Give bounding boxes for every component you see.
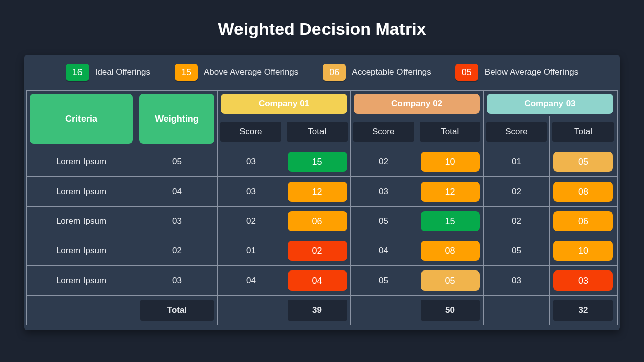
total-chip: 12	[288, 182, 347, 202]
total-chip: 08	[421, 241, 480, 261]
score-cell: 02	[351, 147, 417, 176]
total-cell: 05	[550, 147, 616, 176]
score-header: Score	[353, 122, 414, 142]
total-cell: 15	[417, 207, 484, 236]
criteria-cell: Lorem Ipsum	[27, 266, 136, 295]
company3-total: 32	[553, 300, 613, 321]
total-cell: 06	[550, 207, 616, 236]
score-cell: 03	[218, 177, 284, 206]
criteria-cell: Lorem Ipsum	[27, 236, 136, 265]
matrix-table: Criteria Weighting Company 01ScoreTotal …	[26, 90, 618, 325]
total-header: Total	[552, 122, 614, 142]
total-label: Total	[140, 300, 214, 321]
criteria-cell: Lorem Ipsum	[27, 147, 136, 176]
total-chip: 04	[288, 270, 347, 291]
score-cell: 03	[218, 147, 284, 176]
weight-cell: 04	[136, 177, 218, 206]
score-cell: 01	[484, 147, 550, 176]
total-cell: 12	[284, 177, 351, 206]
total-cell: 08	[417, 236, 484, 265]
total-cell: 06	[284, 207, 351, 236]
total-cell: 05	[417, 266, 484, 295]
totals-row: Total 39 50 32	[27, 295, 617, 325]
total-cell: 12	[417, 177, 484, 206]
legend: 16Ideal Offerings15Above Average Offerin…	[24, 55, 620, 90]
legend-swatch: 15	[175, 64, 198, 81]
score-cell: 05	[484, 236, 550, 265]
total-chip: 15	[421, 211, 480, 231]
score-header: Score	[486, 122, 547, 142]
matrix-card: 16Ideal Offerings15Above Average Offerin…	[24, 55, 620, 330]
total-chip: 05	[553, 152, 613, 172]
score-cell: 05	[351, 266, 417, 295]
legend-swatch: 05	[455, 64, 478, 81]
score-cell: 02	[484, 177, 550, 206]
total-cell: 03	[550, 266, 616, 295]
score-cell: 03	[351, 177, 417, 206]
company-name: Company 02	[354, 94, 480, 114]
table-row: Lorem Ipsum05031502100105	[27, 147, 617, 176]
legend-swatch: 16	[66, 64, 89, 81]
company-header: Company 01ScoreTotal	[218, 90, 351, 147]
total-chip: 12	[421, 182, 480, 202]
legend-item: 16Ideal Offerings	[66, 64, 150, 81]
legend-item: 15Above Average Offerings	[175, 64, 298, 81]
score-cell: 05	[351, 207, 417, 236]
company2-total: 50	[421, 300, 480, 321]
table-row: Lorem Ipsum03040405050303	[27, 265, 617, 295]
company-header: Company 03ScoreTotal	[484, 90, 616, 147]
weighting-header: Weighting	[139, 94, 214, 144]
total-chip: 08	[553, 182, 613, 202]
total-cell: 04	[284, 266, 351, 295]
total-chip: 06	[553, 211, 613, 231]
score-cell: 03	[484, 266, 550, 295]
legend-swatch: 06	[323, 64, 346, 81]
weight-cell: 03	[136, 207, 218, 236]
score-cell: 04	[351, 236, 417, 265]
legend-item: 05Below Average Offerings	[455, 64, 579, 81]
weight-cell: 05	[136, 147, 218, 176]
page-title: Weighted Decision Matrix	[218, 19, 426, 39]
total-chip: 10	[553, 241, 613, 261]
weight-cell: 02	[136, 236, 218, 265]
total-chip: 05	[421, 270, 480, 291]
table-header-row: Criteria Weighting Company 01ScoreTotal …	[27, 90, 617, 147]
legend-label: Acceptable Offerings	[352, 67, 431, 77]
table-row: Lorem Ipsum02010204080510	[27, 236, 617, 265]
criteria-header: Criteria	[30, 94, 133, 144]
score-cell: 01	[218, 236, 284, 265]
score-cell: 02	[218, 207, 284, 236]
total-cell: 10	[417, 147, 484, 176]
score-cell: 04	[218, 266, 284, 295]
weight-cell: 03	[136, 266, 218, 295]
company-name: Company 01	[221, 94, 347, 114]
total-chip: 03	[553, 270, 613, 291]
table-row: Lorem Ipsum04031203120208	[27, 176, 617, 206]
table-row: Lorem Ipsum03020605150206	[27, 206, 617, 236]
legend-item: 06Acceptable Offerings	[323, 64, 431, 81]
total-cell: 08	[550, 177, 616, 206]
total-chip: 10	[421, 152, 480, 172]
score-cell: 02	[484, 207, 550, 236]
total-chip: 06	[288, 211, 347, 231]
company-header: Company 02ScoreTotal	[351, 90, 484, 147]
legend-label: Above Average Offerings	[204, 67, 298, 77]
total-chip: 15	[288, 152, 347, 172]
total-header: Total	[420, 122, 481, 142]
total-cell: 15	[284, 147, 351, 176]
company-name: Company 03	[487, 94, 613, 114]
total-cell: 02	[284, 236, 351, 265]
total-chip: 02	[288, 241, 347, 261]
criteria-cell: Lorem Ipsum	[27, 177, 136, 206]
total-cell: 10	[550, 236, 616, 265]
legend-label: Ideal Offerings	[95, 67, 150, 77]
criteria-cell: Lorem Ipsum	[27, 207, 136, 236]
company1-total: 39	[288, 300, 347, 321]
legend-label: Below Average Offerings	[485, 67, 579, 77]
total-header: Total	[287, 122, 348, 142]
score-header: Score	[220, 122, 281, 142]
